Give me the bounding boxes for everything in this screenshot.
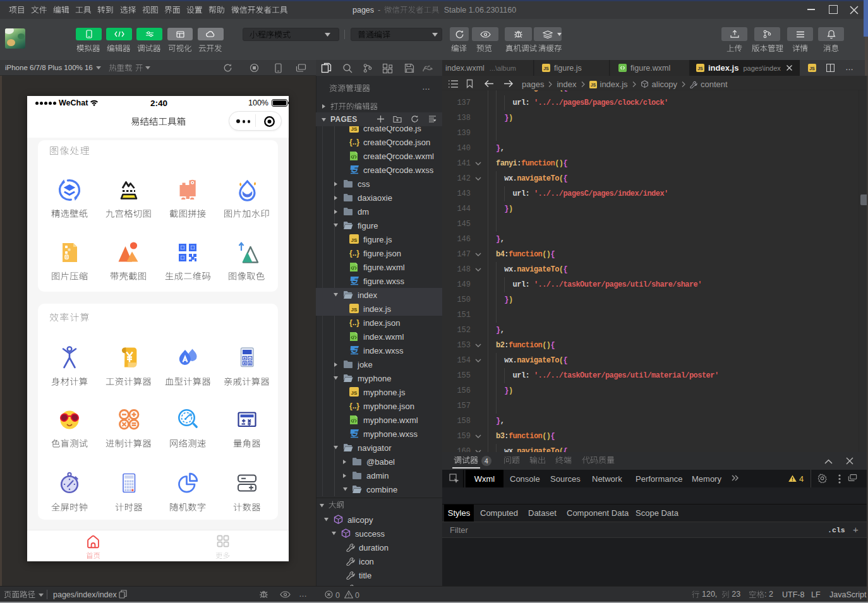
- svg-text:JS: JS: [351, 237, 358, 243]
- svg-text:JS: JS: [809, 66, 815, 71]
- svg-text:JS: JS: [591, 83, 596, 87]
- svg-text:JS: JS: [351, 390, 358, 396]
- svg-text:JS: JS: [351, 126, 358, 132]
- svg-text:JS: JS: [697, 66, 703, 71]
- svg-text:JS: JS: [351, 307, 358, 313]
- svg-text:JS: JS: [543, 66, 549, 71]
- svg-text:{..}: {..}: [349, 138, 359, 146]
- svg-text:{..}: {..}: [349, 249, 359, 258]
- svg-text:{..}: {..}: [349, 318, 359, 327]
- svg-text:{..}: {..}: [349, 402, 359, 410]
